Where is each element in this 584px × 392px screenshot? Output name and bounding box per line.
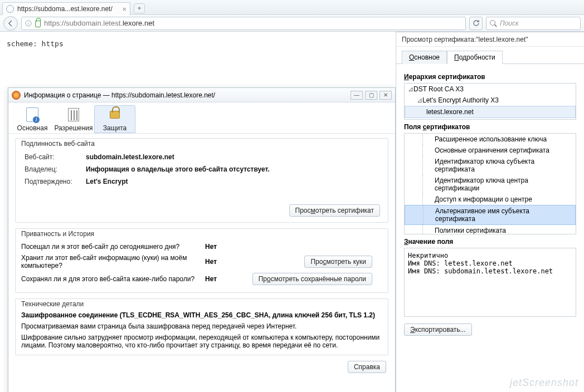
globe-icon [6, 5, 14, 13]
field-item[interactable]: Основные ограничения сертификата [405, 145, 576, 156]
page-info-window: Информация о странице — https://subdomai… [8, 87, 396, 392]
group-privacy: Приватность и История Посещал ли я этот … [15, 228, 388, 293]
tech-line3: Шифрование сильно затрудняет просмотр ин… [21, 334, 382, 349]
privacy-q2: Хранит ли этот веб-сайт информацию (куки… [21, 254, 205, 270]
reload-icon [473, 19, 480, 27]
window-maximize-button[interactable]: ▢ [365, 91, 377, 100]
tree-item[interactable]: ⊿Let's Encrypt Authority X3 [405, 95, 576, 106]
info-icon: i [25, 20, 32, 27]
label-verified: Подтверждено: [21, 175, 82, 188]
cv-tab-details[interactable]: Подробности [447, 51, 503, 64]
address-bar: i https://subdomain.letest.lexore.net По… [0, 15, 584, 32]
tab-close-icon[interactable]: × [122, 6, 126, 13]
tech-line1: Зашифрованное соединение (TLS_ECDHE_RSA_… [21, 311, 382, 319]
tab-permissions[interactable]: Разрешения [53, 105, 94, 133]
back-button[interactable] [3, 16, 18, 31]
help-button[interactable]: Справка [348, 361, 386, 373]
firefox-icon [12, 91, 21, 100]
label-website: Веб-сайт: [21, 151, 82, 163]
hierarchy-heading: Иерархия сертификатов [404, 73, 576, 81]
page-info-tabs: Основная Разрешения Защита [8, 102, 395, 134]
scheme-text: scheme: https [7, 40, 64, 48]
cv-tabs: Основное Подробности [396, 47, 584, 64]
lock-icon [110, 111, 120, 119]
group-heading: Подлинность веб-сайта [19, 139, 97, 149]
lock-icon [35, 21, 41, 27]
reload-button[interactable] [469, 17, 483, 30]
privacy-a2: Нет [205, 258, 244, 266]
value-heading: Значение поля [404, 238, 576, 246]
tab-strip: https://subdoma...est.lexore.net/ × + [0, 0, 584, 15]
cert-hierarchy-tree[interactable]: ⊿DST Root CA X3 ⊿Let's Encrypt Authority… [404, 83, 576, 120]
browser-tab[interactable]: https://subdoma...est.lexore.net/ × [2, 2, 130, 15]
group-technical: Технические детали Зашифрованное соедине… [15, 298, 388, 355]
url-text: https://subdomain.letest.lexore.net [44, 19, 154, 27]
new-tab-button[interactable]: + [134, 3, 145, 13]
group-heading: Технические детали [19, 299, 86, 309]
tab-security[interactable]: Защита [94, 105, 135, 133]
content-area: scheme: https Информация о странице — ht… [0, 32, 584, 392]
view-cookies-button[interactable]: Просмотреть куки [304, 256, 372, 268]
search-icon [490, 20, 497, 27]
field-item[interactable]: Доступ к информации о центре [405, 194, 576, 205]
certificate-viewer-window: Просмотр сертификата:"letest.lexore.net"… [396, 32, 584, 392]
tree-item-selected[interactable]: letest.lexore.net [405, 106, 576, 118]
sliders-icon [68, 108, 79, 121]
window-titlebar[interactable]: Информация о странице — https://subdomai… [8, 88, 395, 102]
field-item[interactable]: Идентификатор ключа центра сертификации [405, 175, 576, 194]
field-item[interactable]: Политики сертификата [405, 225, 576, 234]
cv-window-title: Просмотр сертификата:"letest.lexore.net" [396, 32, 584, 47]
field-item-selected[interactable]: Альтернативное имя субъекта сертификата [405, 205, 576, 225]
value-website: subdomain.letest.lexore.net [82, 151, 273, 163]
svg-text:i: i [28, 21, 29, 26]
privacy-a1: Нет [205, 243, 244, 251]
privacy-q1: Посещал ли я этот веб-сайт до сегодняшне… [21, 243, 205, 251]
privacy-a3: Нет [205, 275, 244, 283]
tree-item[interactable]: ⊿DST Root CA X3 [405, 84, 576, 95]
page-icon [26, 107, 38, 122]
window-title: Информация о странице — https://subdomai… [24, 91, 215, 99]
window-minimize-button[interactable]: — [351, 91, 363, 100]
label-owner: Владелец: [21, 163, 82, 175]
url-input[interactable]: i https://subdomain.letest.lexore.net [21, 17, 466, 30]
view-certificate-button[interactable]: Просмотреть сертификат [289, 204, 380, 217]
arrow-left-icon [7, 20, 14, 27]
tab-title: https://subdoma...est.lexore.net/ [17, 5, 113, 13]
fields-heading: Поля сертификатов [404, 123, 576, 131]
window-close-button[interactable]: ✕ [379, 91, 392, 100]
group-authenticity: Подлинность веб-сайта Веб-сайт: subdomai… [15, 138, 388, 223]
field-item[interactable]: Идентификатор ключа субъекта сертификата [405, 156, 576, 175]
value-verified: Let's Encrypt [82, 175, 273, 188]
privacy-q3: Сохранял ли я для этого веб-сайта какие-… [21, 275, 205, 283]
group-heading: Приватность и История [19, 229, 96, 239]
tech-line2: Просматриваемая вами страница была зашиф… [21, 322, 382, 330]
cert-fields-list[interactable]: Расширенное использование ключаОсновные … [404, 133, 576, 234]
export-button[interactable]: Экспортировать... [404, 324, 472, 336]
view-passwords-button[interactable]: Просмотреть сохранённые пароли [252, 273, 372, 285]
field-value-box[interactable]: Некритично Имя DNS: letest.lexore.net Им… [404, 248, 576, 317]
cv-tab-general[interactable]: Основное [402, 51, 447, 64]
tab-general[interactable]: Основная [12, 105, 53, 133]
field-item[interactable]: Расширенное использование ключа [405, 134, 576, 145]
value-owner: Информация о владельце этого веб-сайта о… [82, 163, 273, 175]
search-input[interactable]: Поиск [486, 17, 581, 30]
search-placeholder: Поиск [500, 19, 519, 27]
